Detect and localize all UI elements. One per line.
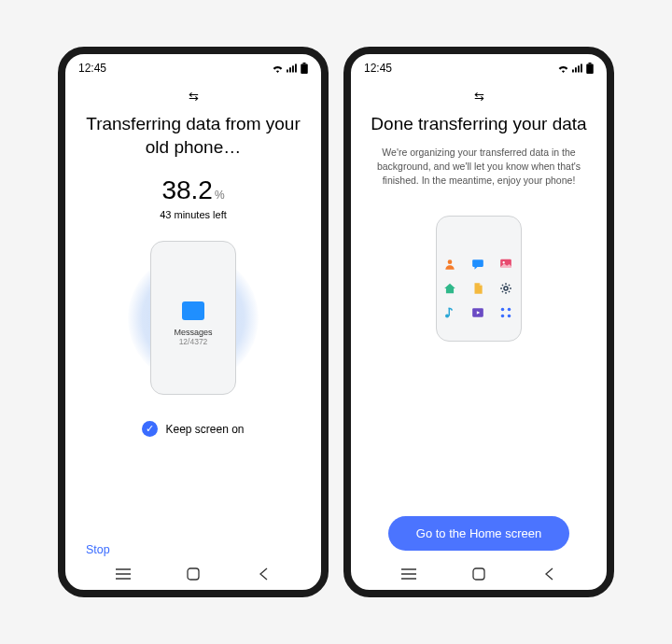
home-screen-button[interactable]: Go to the Home screen <box>388 516 569 551</box>
svg-rect-1 <box>289 67 291 72</box>
messages-icon <box>182 301 204 320</box>
svg-rect-31 <box>473 568 484 580</box>
navigation-bar <box>351 556 607 590</box>
svg-point-27 <box>508 315 511 318</box>
keep-screen-label: Keep screen on <box>165 423 244 436</box>
nav-recents[interactable] <box>390 568 427 580</box>
contacts-icon <box>442 257 457 272</box>
done-content: ⇆ Done transferring your data We're orga… <box>351 78 607 556</box>
status-bar: 12:45 <box>351 54 607 78</box>
svg-point-26 <box>501 315 505 318</box>
svg-point-19 <box>503 261 505 263</box>
status-icons <box>272 63 308 74</box>
transfer-arrows-icon: ⇆ <box>189 90 199 104</box>
signal-icon <box>287 63 298 73</box>
phone-done: 12:45 ⇆ Done transferring your data We'r… <box>343 47 614 597</box>
page-subtitle: We're organizing your transferred data i… <box>368 146 590 189</box>
wifi-icon <box>557 63 569 73</box>
home-icon <box>442 281 457 296</box>
gallery-icon <box>498 257 513 272</box>
nav-home[interactable] <box>460 567 497 581</box>
nav-back[interactable] <box>245 567 282 581</box>
svg-point-24 <box>501 308 505 312</box>
svg-point-21 <box>445 314 449 317</box>
svg-rect-22 <box>449 308 450 315</box>
current-item-label: Messages <box>174 328 212 337</box>
status-bar: 12:45 <box>65 54 321 78</box>
svg-point-25 <box>508 308 511 312</box>
svg-rect-12 <box>578 65 580 72</box>
wifi-icon <box>272 63 284 73</box>
mini-phone <box>436 216 522 342</box>
svg-rect-10 <box>572 70 574 73</box>
svg-point-16 <box>448 259 453 264</box>
phone-illustration <box>436 216 522 342</box>
battery-icon <box>301 63 308 74</box>
svg-rect-14 <box>589 63 592 64</box>
page-title: Done transferring your data <box>371 113 586 136</box>
mini-phone: Messages 12/4372 <box>150 241 236 395</box>
transfer-content: ⇆ Transferring data from your old phone…… <box>65 78 321 556</box>
percent-value: 38.2 <box>161 175 213 204</box>
signal-icon <box>572 63 583 73</box>
svg-rect-11 <box>575 67 577 72</box>
status-icons <box>557 63 594 74</box>
nav-recents[interactable] <box>105 568 142 580</box>
music-icon <box>442 305 457 320</box>
svg-rect-17 <box>472 259 483 267</box>
settings-icon <box>498 281 513 296</box>
svg-rect-5 <box>301 64 308 75</box>
progress-percent: 38.2% <box>161 175 224 205</box>
check-icon: ✓ <box>142 421 158 437</box>
messages-icon <box>470 257 485 272</box>
svg-rect-13 <box>581 64 582 73</box>
nav-back[interactable] <box>530 567 567 581</box>
apps-icon <box>498 305 513 320</box>
phone-illustration: Messages 12/4372 <box>150 241 236 395</box>
current-item-progress: 12/4372 <box>179 337 208 346</box>
battery-icon <box>586 63 594 74</box>
phone-transferring: 12:45 ⇆ Transferring data from your old … <box>58 47 329 597</box>
svg-rect-9 <box>188 568 199 580</box>
transfer-arrows-icon: ⇆ <box>474 90 484 104</box>
svg-rect-3 <box>295 64 297 73</box>
video-icon <box>470 305 485 320</box>
navigation-bar <box>65 556 321 590</box>
svg-rect-4 <box>303 63 306 64</box>
svg-rect-15 <box>586 64 594 75</box>
files-icon <box>470 281 485 296</box>
percent-unit: % <box>215 189 225 202</box>
keep-screen-on-toggle[interactable]: ✓ Keep screen on <box>142 421 244 437</box>
status-time: 12:45 <box>78 62 106 75</box>
svg-rect-2 <box>292 65 294 72</box>
app-grid <box>442 257 515 320</box>
time-remaining: 43 minutes left <box>160 209 227 220</box>
svg-rect-0 <box>287 70 288 73</box>
status-time: 12:45 <box>364 62 392 75</box>
svg-point-20 <box>504 287 508 290</box>
stop-button[interactable]: Stop <box>86 543 110 556</box>
page-title: Transferring data from your old phone… <box>82 113 304 159</box>
footer-actions: Stop <box>82 532 304 556</box>
footer-actions: Go to the Home screen <box>368 494 590 556</box>
nav-home[interactable] <box>175 567 212 581</box>
